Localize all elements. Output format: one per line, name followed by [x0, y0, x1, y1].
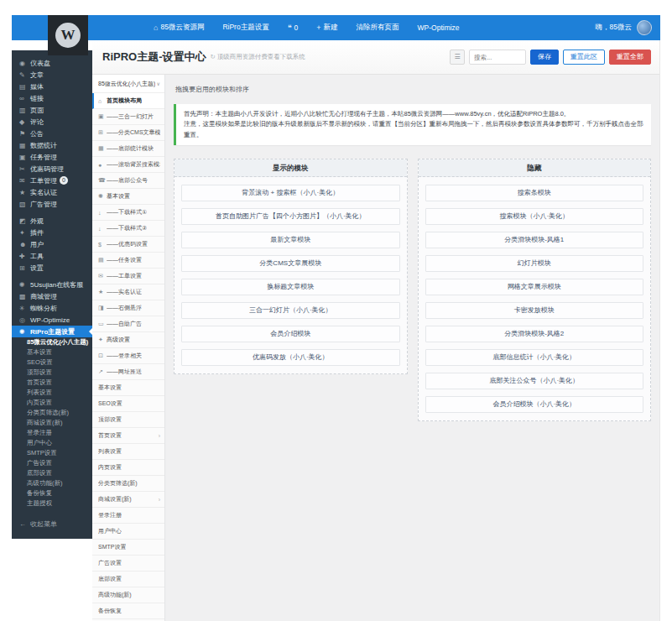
- module-item[interactable]: 分类滑块模块-风格1: [425, 232, 644, 248]
- settings-nav-item[interactable]: 内页设置: [92, 460, 164, 476]
- module-item[interactable]: 首页自助图片广告【四个小方图片】（小八·美化）: [181, 208, 400, 225]
- sidebar-item[interactable]: ✺ 5Usujian在线客服: [12, 279, 92, 290]
- module-item[interactable]: 分类CMS文章展模块: [181, 255, 400, 272]
- sidebar-item[interactable]: [12, 509, 92, 514]
- sidebar-item[interactable]: 首页设置: [12, 378, 92, 388]
- sidebar-item[interactable]: ✎ 文章: [12, 69, 92, 81]
- sidebar-item[interactable]: ☻ 用户: [12, 238, 92, 250]
- module-item[interactable]: 底部信息统计（小八·美化）: [425, 349, 644, 366]
- sidebar-item[interactable]: 分类页筛选(新): [12, 408, 92, 418]
- sidebar-item[interactable]: 内页设置: [12, 398, 92, 408]
- settings-nav-item[interactable]: 底部设置: [92, 571, 164, 587]
- module-item[interactable]: 底部关注公众号（小八·美化）: [425, 373, 644, 389]
- sidebar-item[interactable]: ✺ RiPro主题设置: [12, 326, 92, 337]
- sidebar-item[interactable]: 列表设置: [12, 388, 92, 398]
- save-button[interactable]: 保存: [530, 50, 559, 65]
- sidebar-item[interactable]: 85微云优化(小八主题): [12, 337, 92, 347]
- module-item[interactable]: 幻灯片模块: [425, 255, 644, 272]
- module-item[interactable]: 搜索条模块: [425, 185, 644, 201]
- settings-nav-item[interactable]: ▤ ——任务设置: [92, 253, 164, 269]
- module-item[interactable]: 背景滚动 + 搜索框（小八·美化）: [181, 185, 400, 201]
- module-item[interactable]: 搜索模块（小八·美化）: [425, 208, 644, 225]
- sidebar-item[interactable]: ▤ 媒体: [12, 81, 92, 92]
- settings-nav-item[interactable]: $ ——优惠码设置: [92, 237, 164, 253]
- settings-nav-item[interactable]: 基本设置: [92, 380, 164, 396]
- sidebar-item[interactable]: 基本设置: [12, 347, 92, 357]
- settings-nav-item[interactable]: ⊡ ——登录相关: [92, 348, 164, 364]
- module-item[interactable]: 会员介绍模块: [181, 326, 400, 342]
- module-item[interactable]: 分类滑块模块-风格2: [425, 326, 644, 342]
- sidebar-item[interactable]: ✦ 插件: [12, 227, 92, 238]
- settings-nav-item[interactable]: ✺ 基本设置: [92, 189, 164, 205]
- sidebar-item[interactable]: 商城设置(新): [12, 418, 92, 428]
- settings-nav-item[interactable]: 登录注册: [92, 508, 164, 524]
- sidebar-item[interactable]: ⚑ 公告: [12, 128, 92, 139]
- adminbar-item[interactable]: ❝ 0: [279, 15, 308, 40]
- settings-nav-item[interactable]: SMTP设置: [92, 540, 164, 556]
- settings-nav-item[interactable]: 用户中心: [92, 524, 164, 540]
- settings-nav-item[interactable]: ⌂ 首页模块布局: [92, 93, 164, 109]
- settings-nav-item[interactable]: 备份恢复: [92, 603, 164, 619]
- settings-nav-item[interactable]: ☎ ——底部公众号: [92, 173, 164, 189]
- sidebar-item[interactable]: ◎ WP-Optimize: [12, 314, 92, 326]
- adminbar-item[interactable]: 清除所有页面: [347, 15, 409, 40]
- sidebar-item[interactable]: 用户中心: [12, 438, 92, 448]
- settings-nav-item[interactable]: ● ——滚动背景搜索模块: [92, 157, 164, 173]
- sidebar-item[interactable]: ▦ 数据统计: [12, 139, 92, 151]
- sidebar-item[interactable]: ★ 实名认证: [12, 186, 92, 198]
- settings-nav-item[interactable]: 广告设置: [92, 556, 164, 571]
- adminbar-account[interactable]: 嗨，85微云: [596, 20, 652, 35]
- sidebar-item[interactable]: ✚ 工具: [12, 250, 92, 262]
- settings-nav-item[interactable]: 顶部设置: [92, 412, 164, 428]
- module-item[interactable]: 三合一幻灯片（小八·美化）: [181, 302, 400, 319]
- sidebar-item[interactable]: 高级功能(新): [12, 478, 92, 488]
- sidebar-item[interactable]: ✳ 蜘蛛分析: [12, 302, 92, 314]
- settings-nav-item[interactable]: ▦ ——底部统计模块: [92, 141, 164, 157]
- sidebar-item[interactable]: 登录注册: [12, 428, 92, 438]
- adminbar-item[interactable]: RiPro主题设置: [213, 15, 278, 40]
- module-item[interactable]: 最新文章模块: [181, 232, 400, 248]
- sidebar-item[interactable]: ✉ 工单管理 0: [12, 175, 92, 186]
- sidebar-item[interactable]: ← 收起菜单: [12, 517, 92, 530]
- view-toggle-button[interactable]: ☰: [450, 50, 465, 65]
- module-item[interactable]: 换标题文章模块: [181, 279, 400, 295]
- settings-nav-item[interactable]: ⊞ ——分类CMS文章模块: [92, 125, 164, 141]
- sidebar-item[interactable]: 备份恢复: [12, 488, 92, 498]
- sidebar-item[interactable]: ◉ 仪表盘: [12, 57, 92, 69]
- sidebar-item[interactable]: 顶部设置: [12, 368, 92, 378]
- module-item[interactable]: 卡密发放模块: [425, 302, 644, 319]
- module-item[interactable]: 网格文章展示模块: [425, 279, 644, 295]
- settings-nav-item[interactable]: 列表设置: [92, 444, 164, 460]
- reset-all-button[interactable]: 重置全部: [609, 50, 651, 65]
- sidebar-item[interactable]: SMTP设置: [12, 448, 92, 458]
- sidebar-item[interactable]: 主题授权: [12, 498, 92, 509]
- settings-nav-item[interactable]: ✉ ——工单设置: [92, 269, 164, 284]
- settings-nav-item[interactable]: 分类页筛选(新): [92, 476, 164, 492]
- settings-nav-item[interactable]: ★ ——实名认证: [92, 284, 164, 300]
- settings-nav-item[interactable]: ↓ ——下载样式②: [92, 221, 164, 237]
- module-item[interactable]: 优惠码发放（小八·美化）: [181, 349, 400, 366]
- settings-nav-item[interactable]: ◨ ——右侧悬浮: [92, 300, 164, 316]
- adminbar-item[interactable]: ⌂ 85微云资源网: [144, 15, 213, 40]
- sidebar-item[interactable]: ◆ 评论: [12, 116, 92, 128]
- settings-nav-item[interactable]: 商城设置(新) ›: [92, 492, 164, 508]
- sidebar-item[interactable]: ▥ 页面: [12, 104, 92, 116]
- sidebar-item[interactable]: 底部设置: [12, 468, 92, 478]
- wordpress-logo[interactable]: W: [48, 15, 88, 55]
- adminbar-item[interactable]: WP-Optimize: [409, 15, 469, 40]
- settings-nav-item[interactable]: 首页设置 ›: [92, 428, 164, 444]
- sidebar-item[interactable]: SEO设置: [12, 357, 92, 368]
- settings-nav-item[interactable]: ▭ ——自助广告: [92, 316, 164, 332]
- settings-nav-item[interactable]: ✦ 高级设置: [92, 332, 164, 348]
- settings-nav-item[interactable]: ↓ ——下载样式①: [92, 205, 164, 221]
- settings-nav-item[interactable]: 高级功能(新): [92, 587, 164, 603]
- settings-nav-item[interactable]: ↗ ——网址推送: [92, 364, 164, 380]
- sidebar-item[interactable]: ∞ 链接: [12, 92, 92, 104]
- reset-zone-button[interactable]: 重置此区: [563, 50, 605, 65]
- avatar[interactable]: [637, 20, 652, 35]
- sidebar-item[interactable]: ◩ 外观: [12, 215, 92, 227]
- sidebar-item[interactable]: ▧ 广告管理: [12, 198, 92, 210]
- sidebar-item[interactable]: ▣ 任务管理: [12, 151, 92, 163]
- module-item[interactable]: 会员介绍模块（小八·美化）: [425, 396, 644, 413]
- settings-nav-item[interactable]: SEO设置: [92, 396, 164, 412]
